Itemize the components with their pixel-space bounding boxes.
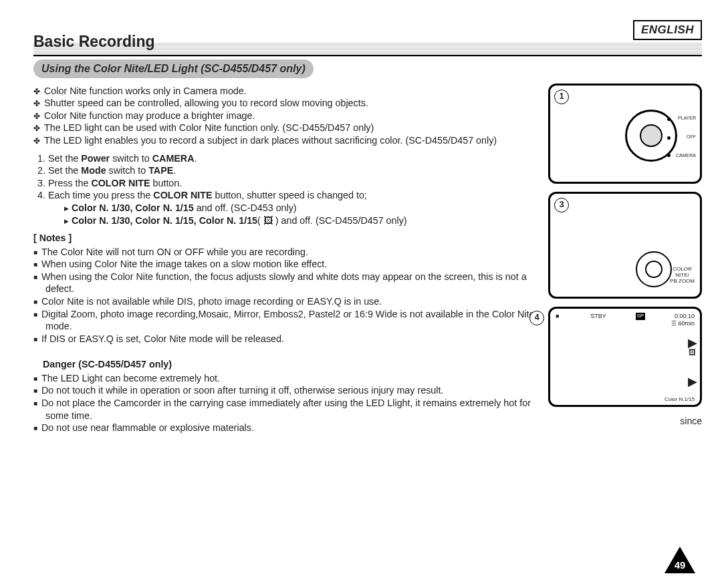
dot-icon: [667, 136, 671, 140]
dot-icon: [667, 118, 671, 121]
lcd-timecode: 0:00:10: [675, 313, 695, 321]
button-label: COLOR NITE/ PB ZOOM: [670, 267, 695, 284]
notes-list: The Color Nite will not turn ON or OFF w…: [33, 246, 540, 345]
intro-item: Shutter speed can be controlled, allowin…: [45, 97, 540, 110]
play-icon: ▶: [688, 374, 697, 390]
note-item: Digital Zoom, photo image recording,Mosa…: [45, 308, 540, 333]
dial-label: PLAYER: [678, 115, 696, 121]
lcd-color-nite-label: Color N.1/15: [665, 396, 695, 403]
danger-item: The LED Light can become extremely hot.: [45, 372, 540, 385]
lcd-minutes: 60min: [678, 320, 695, 327]
intro-list: Color Nite function works only in Camera…: [33, 85, 540, 147]
lcd-stby: STBY: [590, 313, 606, 321]
dial-center-icon: [640, 124, 663, 147]
figure-3-color-nite-button: 3 COLOR NITE/ PB ZOOM: [548, 192, 702, 299]
danger-item: Do not touch it while in operation or so…: [45, 384, 540, 397]
figure-number-icon: 4: [529, 311, 544, 325]
dial-label: OFF: [687, 134, 696, 140]
dial-label: CAMERA: [676, 152, 696, 158]
button-inner-icon: [645, 261, 663, 278]
danger-heading: Danger (SC-D455/D457 only): [43, 358, 540, 371]
intro-item: The LED light can be used with Color Nit…: [45, 122, 540, 134]
danger-item: Do not use near flammable or explosive m…: [45, 422, 540, 434]
since-fragment: since: [548, 415, 702, 427]
intro-item: The LED light enables you to record a su…: [45, 134, 540, 147]
note-item: When using Color Nite the image takes on…: [45, 258, 540, 271]
step-item: Set the Mode switch to TAPE.: [48, 164, 540, 177]
subtitle-row: Using the Color Nite/LED Light (SC-D455/…: [33, 57, 702, 81]
text-column: Color Nite function works only in Camera…: [33, 84, 540, 440]
figure-number-icon: 3: [554, 198, 569, 212]
note-item: If DIS or EASY.Q is set, Color Nite mode…: [45, 333, 540, 345]
notes-heading: [ Notes ]: [33, 232, 540, 245]
figure-1-power-switch: 1 PLAYER OFF CAMERA: [548, 84, 702, 184]
step-item: Set the Power switch to CAMERA.: [48, 152, 540, 165]
dot-icon: [667, 154, 671, 157]
note-item: The Color Nite will not turn ON or OFF w…: [45, 246, 540, 259]
record-icon: [556, 313, 561, 321]
page-number: 49: [675, 559, 686, 571]
illustration-column: 1 PLAYER OFF CAMERA 3 COLOR NITE/ PB ZOO…: [548, 84, 702, 440]
figure-4-lcd-screen: STBY SP 0:00:10 ☰ 60min ▶ 🖾 ▶ Color N.1/…: [548, 307, 702, 407]
language-badge: ENGLISH: [633, 20, 702, 40]
tape-icon: 🖾: [689, 347, 696, 357]
note-item: Color Nite is not available while DIS, p…: [45, 295, 540, 308]
note-item: When using the Color Nite function, the …: [45, 271, 540, 295]
sub-option: Color N. 1/30, Color N. 1/15, Color N. 1…: [64, 214, 540, 227]
steps-list: Set the Power switch to CAMERA. Set the …: [33, 152, 540, 227]
sp-badge-icon: SP: [636, 313, 646, 319]
page-number-badge: 49: [665, 547, 695, 573]
figure-number-icon: 1: [554, 90, 569, 104]
page-title: Basic Recording: [33, 32, 702, 56]
section-subtitle: Using the Color Nite/LED Light (SC-D455/…: [33, 59, 314, 78]
intro-item: Color Nite function may produce a bright…: [45, 110, 540, 122]
sub-option: Color N. 1/30, Color N. 1/15 and off. (S…: [64, 202, 540, 214]
step-item: Each time you press the COLOR NITE butto…: [48, 189, 540, 227]
intro-item: Color Nite function works only in Camera…: [45, 85, 540, 98]
danger-item: Do not place the Camcorder in the carryi…: [45, 397, 540, 422]
step-item: Press the COLOR NITE button.: [48, 177, 540, 190]
danger-list: The LED Light can become extremely hot. …: [33, 372, 540, 434]
